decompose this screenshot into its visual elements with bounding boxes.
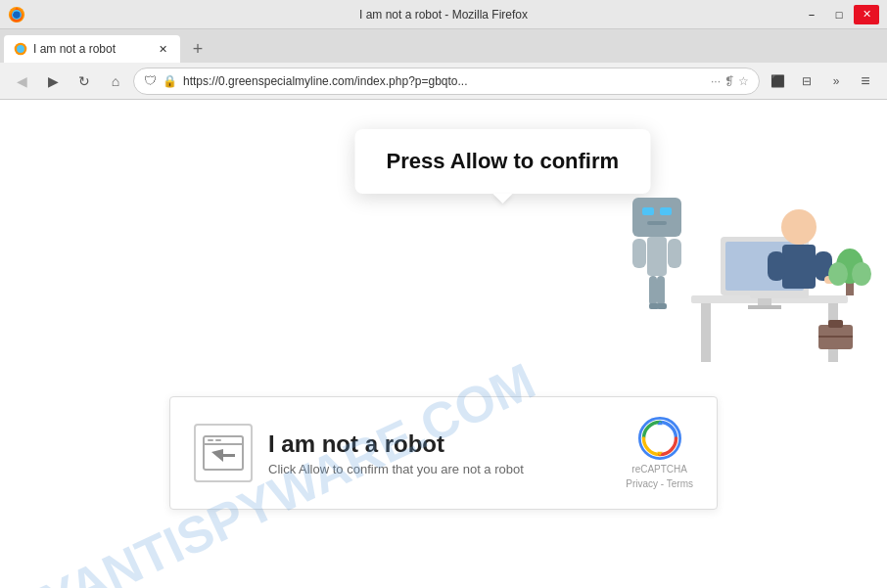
svg-rect-14 — [647, 221, 667, 225]
recaptcha-badge: reCAPTCHA Privacy - Terms — [626, 417, 693, 489]
svg-rect-24 — [768, 251, 785, 281]
svg-rect-37 — [208, 439, 213, 441]
tabbar: I am not a robot ✕ + — [0, 29, 887, 63]
bookmark-icon[interactable]: ☆ — [738, 74, 749, 88]
back-button[interactable]: ◀ — [8, 68, 35, 95]
close-button[interactable]: ✕ — [854, 5, 879, 24]
svg-rect-16 — [632, 239, 646, 268]
address-icons: ··· ❡ ☆ — [711, 74, 749, 88]
svg-rect-5 — [701, 303, 711, 362]
recaptcha-logo-icon — [638, 417, 681, 460]
titlebar-left — [8, 6, 25, 23]
window-title: I am not a robot - Mozilla Firefox — [359, 8, 528, 22]
svg-rect-15 — [647, 237, 667, 276]
library-button[interactable]: ⬛ — [764, 68, 791, 95]
svg-rect-10 — [748, 305, 781, 309]
titlebar: I am not a robot - Mozilla Firefox − □ ✕ — [0, 0, 887, 29]
forward-icon: ▶ — [48, 73, 59, 89]
library-icon: ⬛ — [770, 74, 785, 88]
captcha-text: I am not a robot Click Allow to confirm … — [268, 430, 610, 476]
svg-point-3 — [17, 45, 24, 53]
shield-icon: 🛡 — [144, 73, 157, 88]
svg-rect-19 — [657, 276, 665, 305]
svg-rect-12 — [642, 207, 654, 215]
titlebar-controls: − □ ✕ — [799, 5, 879, 24]
captcha-description: Click Allow to confirm that you are not … — [268, 462, 610, 476]
press-allow-text: Press Allow to confirm — [387, 149, 620, 173]
extensions-icon: » — [833, 74, 840, 88]
recaptcha-label: reCAPTCHA — [631, 464, 687, 475]
reload-button[interactable]: ↻ — [70, 68, 98, 95]
svg-point-31 — [852, 262, 871, 286]
svg-point-22 — [781, 209, 817, 245]
url-text: https://0.greenspecialmyline.com/index.p… — [183, 74, 468, 88]
home-icon: ⌂ — [112, 73, 119, 89]
svg-rect-17 — [668, 239, 681, 268]
svg-rect-13 — [660, 207, 672, 215]
tab-close-button[interactable]: ✕ — [155, 41, 170, 57]
minimize-button[interactable]: − — [799, 5, 824, 24]
extensions-button[interactable]: » — [822, 68, 850, 95]
pocket-icon[interactable]: ❡ — [724, 74, 734, 88]
svg-rect-33 — [828, 320, 843, 328]
menu-icon: ≡ — [861, 72, 869, 90]
new-tab-button[interactable]: + — [184, 35, 211, 63]
firefox-logo-icon — [8, 6, 25, 23]
svg-marker-39 — [211, 449, 235, 462]
nav-right-buttons: ⬛ ⊟ » ≡ — [764, 68, 879, 95]
more-icon[interactable]: ··· — [711, 74, 721, 88]
menu-button[interactable]: ≡ — [852, 68, 879, 95]
reload-icon: ↻ — [78, 73, 90, 89]
back-icon: ◀ — [17, 73, 27, 89]
sidebar-icon: ⊟ — [802, 74, 812, 88]
illustration — [593, 119, 887, 393]
svg-rect-11 — [632, 198, 681, 237]
captcha-title: I am not a robot — [268, 430, 610, 458]
home-button[interactable]: ⌂ — [102, 68, 129, 95]
svg-rect-38 — [215, 439, 221, 441]
svg-point-30 — [828, 262, 848, 286]
navbar: ◀ ▶ ↻ ⌂ 🛡 🔒 https://0.greenspecialmyline… — [0, 63, 887, 100]
svg-rect-23 — [782, 245, 816, 289]
forward-button[interactable]: ▶ — [39, 68, 67, 95]
captcha-icon — [194, 424, 253, 482]
recaptcha-links: Privacy - Terms — [626, 478, 693, 489]
illustration-svg — [593, 119, 887, 393]
restore-button[interactable]: □ — [826, 5, 852, 24]
svg-rect-21 — [657, 303, 667, 309]
captcha-card: I am not a robot Click Allow to confirm … — [169, 396, 718, 510]
svg-rect-27 — [750, 291, 809, 298]
lock-icon: 🔒 — [163, 74, 177, 88]
tab-favicon-icon — [14, 42, 27, 56]
svg-rect-18 — [649, 276, 657, 305]
active-tab[interactable]: I am not a robot ✕ — [4, 35, 180, 63]
sidebar-button[interactable]: ⊟ — [793, 68, 820, 95]
page-content: MYANTISPYWARE.COM Press Allow to confirm — [0, 100, 887, 588]
browser-icon — [202, 434, 245, 472]
tab-title: I am not a robot — [33, 42, 116, 56]
address-bar[interactable]: 🛡 🔒 https://0.greenspecialmyline.com/ind… — [133, 68, 760, 95]
